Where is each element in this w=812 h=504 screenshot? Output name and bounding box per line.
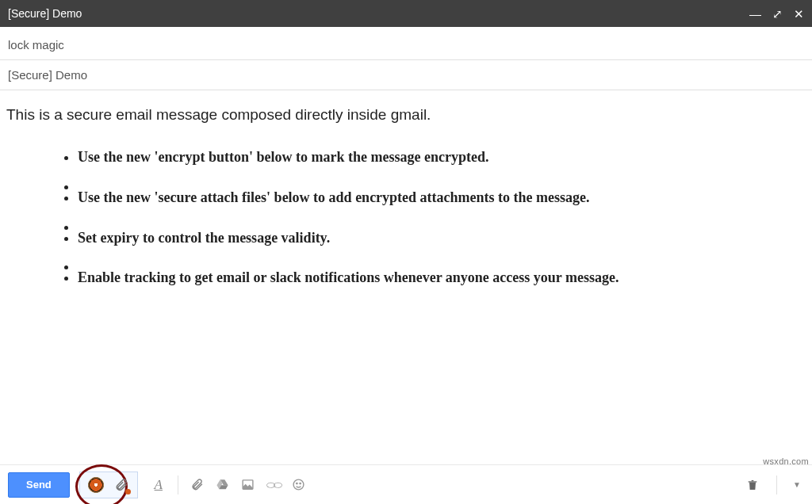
window-controls: — ⤢ ✕ [749, 8, 804, 20]
eye-icon [88, 477, 104, 493]
svg-point-2 [297, 483, 297, 483]
minimize-icon[interactable]: — [749, 8, 761, 20]
text-format-icon: A [155, 477, 163, 493]
list-item-blank [78, 175, 806, 180]
secure-attach-button[interactable] [110, 474, 132, 496]
attach-file-button[interactable] [186, 474, 209, 496]
window-title: [Secure] Demo [8, 0, 82, 27]
list-item-blank [78, 255, 806, 260]
list-item-blank [78, 216, 806, 220]
discard-draft-button[interactable] [741, 474, 764, 496]
svg-point-3 [300, 483, 301, 483]
list-item: Use the new 'encrypt button' below to ma… [78, 146, 806, 169]
toolbar-right: ▼ [741, 474, 804, 496]
link-icon: ⬭⬭ [266, 479, 281, 491]
subject-field[interactable]: [Secure] Demo [0, 60, 812, 90]
window-titlebar: [Secure] Demo — ⤢ ✕ [0, 0, 812, 27]
paperclip-icon [190, 478, 204, 491]
drive-icon [216, 478, 229, 491]
smiley-icon [292, 478, 305, 491]
body-intro: This is a secure email message composed … [6, 106, 806, 124]
encrypt-button[interactable] [85, 474, 107, 496]
body-bullet-list: Use the new 'encrypt button' below to ma… [6, 146, 806, 289]
message-body[interactable]: This is a secure email message composed … [0, 90, 812, 487]
encrypt-button-group [79, 472, 138, 498]
list-item: Enable tracking to get email or slack no… [78, 266, 806, 289]
separator [776, 475, 777, 494]
close-icon[interactable]: ✕ [794, 8, 804, 20]
subject-field-value: [Secure] Demo [8, 68, 87, 82]
insert-photo-button[interactable] [237, 474, 259, 496]
insert-link-button[interactable]: ⬭⬭ [262, 474, 285, 496]
svg-point-1 [293, 479, 304, 490]
to-field[interactable]: lock magic [0, 27, 812, 60]
send-button[interactable]: Send [8, 472, 70, 498]
trash-icon [746, 478, 759, 492]
caret-down-icon: ▼ [793, 480, 801, 489]
formatting-button[interactable]: A [147, 474, 170, 496]
paperclip-icon [114, 478, 128, 492]
separator [178, 475, 178, 494]
maximize-icon[interactable]: ⤢ [772, 8, 783, 20]
insert-emoji-button[interactable] [288, 474, 310, 496]
more-options-button[interactable]: ▼ [790, 474, 804, 496]
image-icon [241, 478, 255, 491]
compose-toolbar: Send A ⬭⬭ [0, 464, 812, 504]
to-field-value: lock magic [8, 38, 64, 52]
list-item: Set expiry to control the message validi… [78, 227, 806, 250]
insert-drive-button[interactable] [212, 474, 234, 496]
list-item: Use the new 'secure attach files' below … [78, 186, 806, 209]
